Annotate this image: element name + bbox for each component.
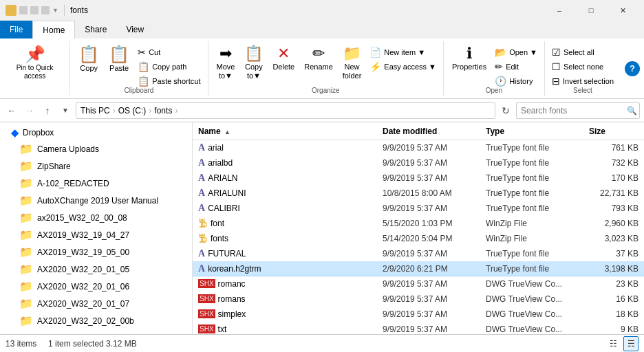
delete-button[interactable]: ✕ Delete — [268, 44, 299, 89]
sidebar-label-ax2019a: AX2019_W32_19_04_27 — [37, 230, 129, 240]
search-box[interactable]: 🔍 — [516, 102, 640, 119]
tab-view[interactable]: View — [116, 21, 153, 38]
file-row-fonts[interactable]: 🗜 fonts 5/14/2020 5:04 PM WinZip File 3,… — [193, 231, 644, 246]
sidebar-item-a102[interactable]: 📁 A-102_REDACTED — [0, 175, 192, 192]
help-button[interactable]: ? — [625, 61, 640, 76]
open-icon: 📂 — [495, 47, 506, 58]
col-header-size[interactable]: Size — [589, 126, 644, 136]
file-name-arialuni: A ARIALUNI — [193, 188, 383, 199]
sidebar-item-ax2020a[interactable]: 📁 AX2020_W32_20_01_05 — [0, 261, 192, 278]
search-icon: 🔍 — [627, 106, 637, 116]
move-icon: ➡ — [219, 46, 232, 61]
dwg-icon-romanc: SHX — [198, 279, 215, 288]
rename-icon: ✏ — [312, 46, 325, 61]
address-path[interactable]: This PC › OS (C:) › fonts › — [76, 102, 495, 119]
ribbon-group-pin: 📌 Pin to Quick access — [0, 41, 70, 96]
file-row-font[interactable]: 🗜 font 5/15/2020 1:03 PM WinZip File 2,9… — [193, 216, 644, 231]
copy-to-icon: 📋 — [244, 46, 263, 61]
move-to-button[interactable]: ➡ Moveto▼ — [213, 44, 239, 89]
sidebar-item-autox[interactable]: 📁 AutoXChange 2019 User Manual — [0, 192, 192, 209]
copy-button[interactable]: 📋 Copy — [74, 44, 103, 89]
organize-group-label: Organize — [208, 87, 444, 94]
minimize-button[interactable]: – — [544, 0, 575, 21]
close-button[interactable]: ✕ — [607, 0, 638, 21]
refresh-button[interactable]: ↻ — [498, 103, 513, 118]
pin-quick-access-button[interactable]: 📌 Pin to Quick access — [4, 44, 65, 89]
file-name-txt: SHX txt — [193, 324, 383, 334]
file-row-arialn[interactable]: A ARIALN 9/9/2019 5:37 AM TrueType font … — [193, 170, 644, 186]
tab-share[interactable]: Share — [75, 21, 116, 38]
sidebar-item-zipshare[interactable]: 📁 ZipShare — [0, 157, 192, 175]
details-view-button[interactable]: ☷ — [605, 336, 621, 351]
sidebar-label-ax2019b: AX2019_W32_19_05_00 — [37, 248, 129, 257]
cut-button[interactable]: ✂ Cut — [135, 45, 203, 59]
up-button[interactable]: ↑ — [40, 103, 55, 118]
maximize-button[interactable]: □ — [575, 0, 607, 21]
paste-button[interactable]: 📋 Paste — [105, 44, 133, 89]
recent-button[interactable]: ▼ — [58, 103, 73, 118]
invert-selection-button[interactable]: ⊟ Invert selection — [549, 74, 616, 88]
search-input[interactable] — [521, 106, 624, 116]
file-row-korean[interactable]: A korean.h2gtrm 2/9/2020 6:21 PM TrueTyp… — [193, 261, 644, 276]
sidebar-label-ax2020b: AX2020_W32_20_01_06 — [37, 282, 129, 292]
sidebar-item-dropbox[interactable]: ◆ Dropbox — [0, 125, 192, 140]
ribbon-organize-items: ➡ Moveto▼ 📋 Copyto▼ ✕ Delete ✏ Rename 📁 … — [213, 44, 440, 89]
history-button[interactable]: 🕐 History — [492, 74, 540, 88]
select-all-button[interactable]: ☑ Select all — [549, 45, 616, 59]
breadcrumb-drive[interactable]: OS (C:) — [118, 106, 147, 116]
properties-button[interactable]: ℹ Properties — [448, 44, 491, 89]
back-button[interactable]: ← — [4, 103, 19, 118]
col-header-date[interactable]: Date modified — [383, 126, 486, 136]
select-none-label: Select none — [564, 63, 603, 71]
sidebar-item-ax2020c[interactable]: 📁 AX2020_W32_20_01_07 — [0, 295, 192, 312]
file-name-korean: A korean.h2gtrm — [193, 263, 383, 274]
new-item-button[interactable]: 📄 New item ▼ — [367, 45, 439, 59]
open-button[interactable]: 📂 Open ▼ — [492, 45, 540, 59]
file-type-arial: TrueType font file — [486, 143, 589, 153]
new-folder-button[interactable]: 📁 Newfolder — [339, 44, 366, 89]
file-name-calibri: A CALIBRI — [193, 203, 383, 214]
sidebar-item-ax2020d[interactable]: 📁 AX2020_W32_20_02_00b — [0, 312, 192, 329]
file-type-simplex: DWG TrueView Co... — [486, 309, 589, 319]
select-none-button[interactable]: ☐ Select none — [549, 60, 616, 74]
file-row-txt[interactable]: SHX txt 9/9/2019 5:37 AM DWG TrueView Co… — [193, 322, 644, 334]
delete-label: Delete — [272, 63, 294, 72]
col-header-type[interactable]: Type — [486, 126, 589, 136]
file-row-futural[interactable]: A FUTURAL 9/9/2019 5:37 AM TrueType font… — [193, 246, 644, 261]
edit-button[interactable]: ✏ Edit — [492, 60, 540, 74]
breadcrumb-fonts[interactable]: fonts — [154, 106, 172, 116]
file-row-calibri[interactable]: A CALIBRI 9/9/2019 5:37 AM TrueType font… — [193, 201, 644, 216]
col-header-name[interactable]: Name ▲ — [193, 126, 383, 136]
file-type-korean: TrueType font file — [486, 264, 589, 274]
sidebar-item-ax2020b[interactable]: 📁 AX2020_W32_20_01_06 — [0, 278, 192, 295]
file-row-arialbd[interactable]: A arialbd 9/9/2019 5:37 AM TrueType font… — [193, 155, 644, 170]
address-bar: ← → ↑ ▼ This PC › OS (C:) › fonts › ↻ 🔍 — [0, 99, 644, 122]
sidebar-item-ax2019b[interactable]: 📁 AX2019_W32_19_05_00 — [0, 243, 192, 261]
folder-icon-ax2015: 📁 — [19, 211, 33, 224]
edit-label: Edit — [506, 63, 519, 71]
sidebar-label-ax2020d: AX2020_W32_20_02_00b — [37, 316, 134, 326]
copy-to-button[interactable]: 📋 Copyto▼ — [240, 44, 267, 89]
file-row-simplex[interactable]: SHX simplex 9/9/2019 5:37 AM DWG TrueVie… — [193, 307, 644, 322]
sidebar-item-camera[interactable]: 📁 Camera Uploads — [0, 140, 192, 157]
tab-file[interactable]: File — [0, 21, 32, 38]
copy-path-button[interactable]: 📋 Copy path — [135, 60, 203, 74]
sidebar-item-ax2015[interactable]: 📁 ax2015_W32_02_00_08 — [0, 209, 192, 226]
file-row-romanc[interactable]: SHX romanc 9/9/2019 5:37 AM DWG TrueView… — [193, 276, 644, 292]
organize-col: 📄 New item ▼ ⚡ Easy access ▼ — [367, 44, 439, 74]
file-date-romanc: 9/9/2019 5:37 AM — [383, 279, 486, 289]
file-row-arialuni[interactable]: A ARIALUNI 10/8/2015 8:00 AM TrueType fo… — [193, 186, 644, 201]
easy-access-icon: ⚡ — [369, 61, 381, 72]
large-icons-view-button[interactable]: ☴ — [623, 336, 638, 351]
rename-button[interactable]: ✏ Rename — [300, 44, 337, 89]
paste-shortcut-button[interactable]: 📋 Paste shortcut — [135, 74, 203, 88]
breadcrumb-pc[interactable]: This PC — [80, 106, 110, 116]
title-bar-left: ▼ fonts — [6, 5, 88, 16]
file-row-arial[interactable]: A arial 9/9/2019 5:37 AM TrueType font f… — [193, 140, 644, 155]
tab-home[interactable]: Home — [32, 21, 75, 38]
file-name-romans: SHX romans — [193, 294, 383, 304]
file-row-romans[interactable]: SHX romans 9/9/2019 5:37 AM DWG TrueView… — [193, 292, 644, 307]
sidebar-item-ax2019a[interactable]: 📁 AX2019_W32_19_04_27 — [0, 226, 192, 243]
forward-button[interactable]: → — [22, 103, 37, 118]
easy-access-button[interactable]: ⚡ Easy access ▼ — [367, 60, 439, 74]
